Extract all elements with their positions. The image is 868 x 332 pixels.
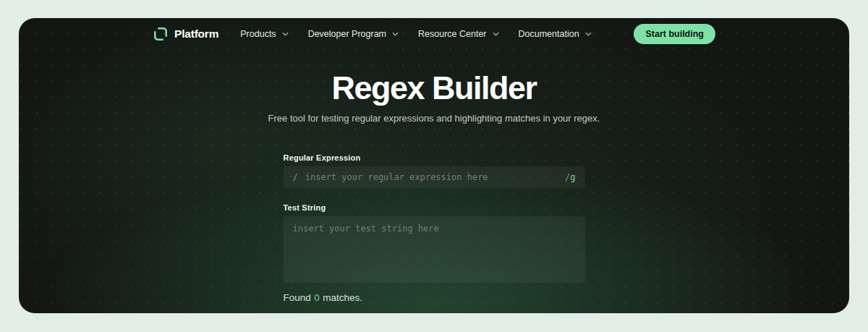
regex-builder-form: Regular Expression / /g Test String Foun… bbox=[284, 153, 585, 303]
brand-name: Platform bbox=[174, 27, 218, 41]
regex-open-slash: / bbox=[293, 172, 298, 182]
nav-item-resource-center[interactable]: Resource Center bbox=[418, 29, 499, 39]
nav-item-label: Documentation bbox=[519, 29, 579, 39]
platform-logo-icon bbox=[153, 26, 169, 42]
test-string-label: Test String bbox=[284, 203, 585, 212]
nav-inner: Platform Products Developer Program Reso bbox=[153, 24, 715, 44]
brand[interactable]: Platform bbox=[153, 26, 218, 42]
found-suffix: matches. bbox=[323, 292, 362, 303]
regex-flags-group: /g bbox=[565, 172, 575, 182]
found-prefix: Found bbox=[284, 292, 311, 303]
nav-item-label: Products bbox=[240, 29, 276, 39]
chevron-down-icon bbox=[282, 32, 289, 36]
match-count: 0 bbox=[314, 292, 320, 303]
regex-input-container[interactable]: / /g bbox=[284, 166, 585, 188]
nav-item-documentation[interactable]: Documentation bbox=[519, 29, 592, 39]
nav-links: Products Developer Program Resource Cent… bbox=[240, 29, 591, 39]
start-building-button[interactable]: Start building bbox=[634, 24, 715, 44]
nav-item-developer-program[interactable]: Developer Program bbox=[308, 29, 399, 39]
regex-input[interactable] bbox=[305, 172, 565, 182]
chevron-down-icon bbox=[392, 32, 399, 36]
nav-item-products[interactable]: Products bbox=[240, 29, 288, 39]
regex-flags: g bbox=[570, 172, 575, 182]
nav-item-label: Developer Program bbox=[308, 29, 386, 39]
match-count-line: Found0matches. bbox=[284, 292, 585, 303]
test-string-textarea[interactable] bbox=[284, 216, 585, 283]
chevron-down-icon bbox=[493, 32, 499, 36]
page-title: Regex Builder bbox=[19, 70, 849, 106]
top-nav: Platform Products Developer Program Reso bbox=[19, 24, 849, 44]
nav-item-label: Resource Center bbox=[418, 29, 487, 39]
chevron-down-icon bbox=[585, 32, 592, 36]
app-panel: Platform Products Developer Program Reso bbox=[19, 18, 849, 313]
regex-close-slash: / bbox=[565, 172, 570, 182]
regex-label: Regular Expression bbox=[284, 153, 585, 162]
main-content: Regex Builder Free tool for testing regu… bbox=[19, 70, 849, 303]
page-subtitle: Free tool for testing regular expression… bbox=[19, 113, 849, 124]
